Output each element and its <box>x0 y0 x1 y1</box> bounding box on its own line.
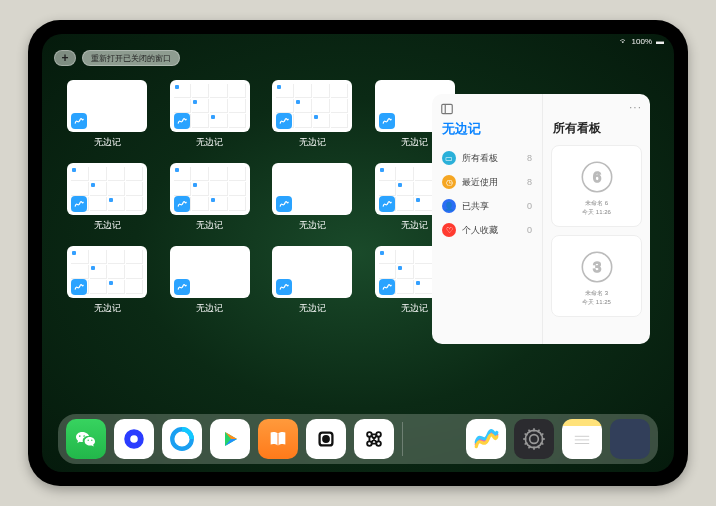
sidebar-item-count: 8 <box>527 153 532 163</box>
sidebar-item[interactable]: ♡ 个人收藏 0 <box>440 218 534 242</box>
board-sketch: 3 <box>576 246 618 288</box>
window-label: 无边记 <box>94 219 121 232</box>
window-thumbnail[interactable]: 无边记 <box>271 80 354 149</box>
thumbnail-preview <box>272 163 352 215</box>
thumbnail-preview <box>272 246 352 298</box>
notes-icon[interactable] <box>562 419 602 459</box>
reopen-label: 重新打开已关闭的窗口 <box>91 53 171 64</box>
freeform-icon <box>174 196 190 212</box>
app-switcher-grid: 无边记无边记无边记无边记无边记无边记无边记无边记无边记无边记无边记无边记 <box>66 80 456 315</box>
board-card[interactable]: 6 未命名 6 今天 11:26 <box>551 145 642 227</box>
window-label: 无边记 <box>299 136 326 149</box>
freeform-icon <box>379 279 395 295</box>
thumbnail-preview <box>67 246 147 298</box>
sidebar-item-icon: 👤 <box>442 199 456 213</box>
window-thumbnail[interactable]: 无边记 <box>66 163 149 232</box>
freeform-icon <box>71 279 87 295</box>
board-time: 今天 11:25 <box>582 299 611 306</box>
app-icon[interactable] <box>306 419 346 459</box>
thumbnail-preview <box>67 80 147 132</box>
more-icon[interactable]: ··· <box>629 100 642 114</box>
sidebar-item-label: 个人收藏 <box>462 224 498 237</box>
window-thumbnail[interactable]: 无边记 <box>271 246 354 315</box>
window-label: 无边记 <box>196 219 223 232</box>
thumbnail-preview <box>67 163 147 215</box>
app-library-icon[interactable] <box>610 419 650 459</box>
boards-title: 所有看板 <box>553 120 642 137</box>
window-label: 无边记 <box>94 302 121 315</box>
wifi-icon: ᯤ <box>620 37 628 46</box>
sidebar-item-icon: ▭ <box>442 151 456 165</box>
window-label: 无边记 <box>401 136 428 149</box>
freeform-icon <box>276 113 292 129</box>
screen: ᯤ 100% ▬ + 重新打开已关闭的窗口 无边记无边记无边记无边记无边记无边记… <box>42 34 674 472</box>
qqbrowser-icon[interactable] <box>162 419 202 459</box>
wechat-icon[interactable] <box>66 419 106 459</box>
window-thumbnail[interactable]: 无边记 <box>271 163 354 232</box>
freeform-icon <box>71 113 87 129</box>
sidebar-item-count: 0 <box>527 201 532 211</box>
sidebar-item[interactable]: ▭ 所有看板 8 <box>440 146 534 170</box>
sidebar-left: 无边记 ▭ 所有看板 8◷ 最近使用 8👤 已共享 0♡ 个人收藏 0 <box>432 94 542 344</box>
board-sketch: 6 <box>576 156 618 198</box>
settings-icon[interactable] <box>514 419 554 459</box>
window-label: 无边记 <box>401 302 428 315</box>
freeform-icon <box>276 279 292 295</box>
svg-point-11 <box>323 436 329 442</box>
svg-rect-0 <box>442 104 453 113</box>
window-thumbnail[interactable]: 无边记 <box>169 246 252 315</box>
status-bar: ᯤ 100% ▬ <box>620 37 664 46</box>
sidebar-item[interactable]: ◷ 最近使用 8 <box>440 170 534 194</box>
freeform-icon <box>71 196 87 212</box>
sidebar-toggle-icon[interactable] <box>440 102 454 116</box>
tencent-video-icon[interactable] <box>210 419 250 459</box>
sidebar-item-icon: ♡ <box>442 223 456 237</box>
window-thumbnail[interactable]: 无边记 <box>66 80 149 149</box>
board-name: 未命名 3 <box>585 290 608 297</box>
freeform-icon <box>174 113 190 129</box>
dock-divider <box>402 422 403 456</box>
battery-icon: ▬ <box>656 37 664 46</box>
window-label: 无边记 <box>299 219 326 232</box>
svg-point-7 <box>130 435 138 443</box>
svg-point-17 <box>530 435 539 444</box>
sidebar-item-count: 0 <box>527 225 532 235</box>
thumbnail-preview <box>170 80 250 132</box>
sidebar-right: ··· 所有看板 6 未命名 6 今天 11:26 3 未命名 3 今天 11:… <box>542 94 650 344</box>
reopen-closed-window-button[interactable]: 重新打开已关闭的窗口 <box>82 50 180 66</box>
top-controls: + 重新打开已关闭的窗口 <box>54 50 180 66</box>
board-time: 今天 11:26 <box>582 209 611 216</box>
sidebar-item-label: 已共享 <box>462 200 489 213</box>
quark-icon[interactable] <box>114 419 154 459</box>
thumbnail-preview <box>170 163 250 215</box>
sidebar-item-label: 最近使用 <box>462 176 498 189</box>
window-label: 无边记 <box>94 136 121 149</box>
window-label: 无边记 <box>401 219 428 232</box>
sidebar-item-label: 所有看板 <box>462 152 498 165</box>
battery-label: 100% <box>632 37 652 46</box>
app-icon[interactable] <box>354 419 394 459</box>
freeform-icon <box>379 113 395 129</box>
window-thumbnail[interactable]: 无边记 <box>169 80 252 149</box>
freeform-icon <box>276 196 292 212</box>
freeform-icon <box>174 279 190 295</box>
plus-icon: + <box>61 51 68 65</box>
sidebar-item[interactable]: 👤 已共享 0 <box>440 194 534 218</box>
thumbnail-preview <box>170 246 250 298</box>
svg-point-16 <box>525 430 542 447</box>
thumbnail-preview <box>272 80 352 132</box>
window-thumbnail[interactable]: 无边记 <box>66 246 149 315</box>
new-window-button[interactable]: + <box>54 50 76 66</box>
ipad-device: ᯤ 100% ▬ + 重新打开已关闭的窗口 无边记无边记无边记无边记无边记无边记… <box>28 20 688 486</box>
window-label: 无边记 <box>196 302 223 315</box>
svg-text:3: 3 <box>592 259 600 275</box>
window-thumbnail[interactable]: 无边记 <box>169 163 252 232</box>
sidebar-item-count: 8 <box>527 177 532 187</box>
books-icon[interactable] <box>258 419 298 459</box>
dock <box>58 414 658 464</box>
svg-text:6: 6 <box>592 169 600 185</box>
sidebar-title: 无边记 <box>442 120 534 138</box>
window-label: 无边记 <box>196 136 223 149</box>
board-card[interactable]: 3 未命名 3 今天 11:25 <box>551 235 642 317</box>
freeform-icon[interactable] <box>466 419 506 459</box>
